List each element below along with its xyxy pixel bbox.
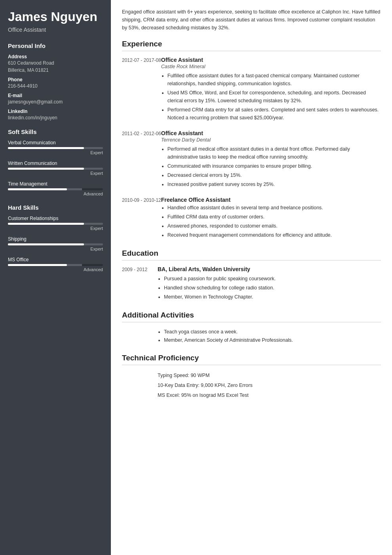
skill-bar-background bbox=[8, 223, 103, 225]
tech-section: Technical Proficiency Typing Speed: 90 W… bbox=[122, 354, 381, 400]
skill-bar-background bbox=[8, 168, 103, 170]
exp-date: 2012-07 - 2017-08 bbox=[122, 57, 161, 123]
activity-item: Teach yoga classes once a week. bbox=[164, 328, 381, 336]
soft-skills-list: Verbal CommunicationExpertWritten Commun… bbox=[8, 140, 103, 196]
exp-bullet: Answered phones, responded to customer e… bbox=[167, 222, 381, 230]
education-section: Education 2009 - 2012BA, Liberal Arts, W… bbox=[122, 249, 381, 302]
exp-company: Castle Rock Mineral bbox=[161, 64, 381, 69]
activities-list: Teach yoga classes once a week.Member, A… bbox=[158, 328, 381, 345]
activity-item: Member, American Society of Administrati… bbox=[164, 336, 381, 344]
email-label: E-mail bbox=[8, 93, 103, 98]
skill-bar-fill bbox=[8, 264, 67, 266]
experience-heading: Experience bbox=[122, 40, 381, 51]
edu-date: 2009 - 2012 bbox=[122, 266, 158, 302]
exp-bullet: Performed CRM data entry for all sales o… bbox=[167, 106, 381, 122]
skill-name: MS Office bbox=[8, 257, 103, 262]
tech-list: Typing Speed: 90 WPM10-Key Data Entry: 9… bbox=[158, 371, 381, 400]
skill-bar-fill bbox=[8, 147, 84, 149]
address-line1: 610 Cedarwood Road bbox=[8, 60, 103, 66]
edu-content: BA, Liberal Arts, Walden UniversityPursu… bbox=[158, 266, 381, 302]
summary: Engaged office assistant with 6+ years e… bbox=[122, 8, 381, 32]
education-heading: Education bbox=[122, 249, 381, 260]
hard-skills-list: Customer RelationshipsExpertShippingExpe… bbox=[8, 216, 103, 272]
skill-level: Expert bbox=[8, 247, 103, 251]
personal-info-heading: Personal Info bbox=[8, 42, 103, 49]
skill-name: Written Communication bbox=[8, 161, 103, 166]
exp-bullet: Increased positive patient survey scores… bbox=[167, 180, 381, 188]
exp-date: 2011-02 - 2012-06 bbox=[122, 130, 161, 189]
exp-bullet: Fulfilled CRM data entry of customer ord… bbox=[167, 213, 381, 221]
email-value: jamesnguyen@gmail.com bbox=[8, 99, 103, 105]
exp-date: 2010-09 - 2010-12 bbox=[122, 197, 161, 240]
tech-item: 10-Key Data Entry: 9,000 KPH, Zero Error… bbox=[158, 381, 381, 390]
skill-level: Expert bbox=[8, 171, 103, 176]
phone-label: Phone bbox=[8, 77, 103, 82]
candidate-name: James Nguyen bbox=[8, 10, 103, 24]
edu-bullets: Pursued a passion for public speaking co… bbox=[158, 275, 381, 301]
phone-value: 216-544-4910 bbox=[8, 83, 103, 89]
soft-skills-heading: Soft Skills bbox=[8, 128, 103, 135]
skill-item: MS OfficeAdvanced bbox=[8, 257, 103, 272]
education-list: 2009 - 2012BA, Liberal Arts, Walden Univ… bbox=[122, 266, 381, 302]
activities-heading: Additional Activities bbox=[122, 311, 381, 322]
skill-name: Time Management bbox=[8, 181, 103, 187]
candidate-title: Office Assistant bbox=[8, 27, 103, 33]
tech-item: Typing Speed: 90 WPM bbox=[158, 371, 381, 381]
main-content: Engaged office assistant with 6+ years e… bbox=[111, 0, 392, 555]
exp-bullet: Fulfilled office assistant duties for a … bbox=[167, 72, 381, 88]
skill-name: Verbal Communication bbox=[8, 140, 103, 145]
exp-bullets: Fulfilled office assistant duties for a … bbox=[161, 72, 381, 122]
experience-list: 2012-07 - 2017-08Office AssistantCastle … bbox=[122, 57, 381, 240]
skill-level: Expert bbox=[8, 226, 103, 231]
skill-bar-fill bbox=[8, 168, 84, 170]
exp-job-title: Office Assistant bbox=[161, 57, 381, 63]
edu-degree: BA, Liberal Arts, Walden University bbox=[158, 266, 381, 272]
skill-name: Customer Relationships bbox=[8, 216, 103, 221]
tech-item: MS Excel: 95% on Isograd MS Excel Test bbox=[158, 390, 381, 400]
exp-bullet: Used MS Office, Word, and Excel for corr… bbox=[167, 89, 381, 105]
exp-bullets: Handled office assistant duties in sever… bbox=[161, 204, 381, 239]
exp-content: Freelance Office AssistantHandled office… bbox=[161, 197, 381, 240]
exp-bullet: Performed all medical office assistant d… bbox=[167, 145, 381, 161]
address-label: Address bbox=[8, 54, 103, 59]
tech-heading: Technical Proficiency bbox=[122, 354, 381, 365]
skill-bar-fill bbox=[8, 243, 84, 245]
skill-item: ShippingExpert bbox=[8, 236, 103, 251]
skill-bar-background bbox=[8, 188, 103, 190]
sidebar: James Nguyen Office Assistant Personal I… bbox=[0, 0, 111, 555]
exp-content: Office AssistantCastle Rock MineralFulfi… bbox=[161, 57, 381, 123]
exp-bullet: Handled office assistant duties in sever… bbox=[167, 204, 381, 212]
skill-bar-background bbox=[8, 147, 103, 149]
exp-bullet: Communicated with insurance companies to… bbox=[167, 162, 381, 170]
skill-item: Customer RelationshipsExpert bbox=[8, 216, 103, 231]
exp-job-title: Office Assistant bbox=[161, 130, 381, 136]
address-line2: Billerica, MA 01821 bbox=[8, 67, 103, 73]
skill-level: Expert bbox=[8, 150, 103, 155]
linkedin-value: linkedin.com/in/jnguyen bbox=[8, 115, 103, 121]
skill-level: Advanced bbox=[8, 267, 103, 272]
skill-item: Verbal CommunicationExpert bbox=[8, 140, 103, 155]
experience-section: Experience 2012-07 - 2017-08Office Assis… bbox=[122, 40, 381, 240]
exp-bullet: Received frequent management commendatio… bbox=[167, 231, 381, 239]
exp-content: Office AssistantTerrence Darby DentalPer… bbox=[161, 130, 381, 189]
exp-job-title: Freelance Office Assistant bbox=[161, 197, 381, 203]
skill-bar-fill bbox=[8, 188, 67, 190]
experience-row: 2011-02 - 2012-06Office AssistantTerrenc… bbox=[122, 130, 381, 189]
exp-bullets: Performed all medical office assistant d… bbox=[161, 145, 381, 188]
skill-name: Shipping bbox=[8, 236, 103, 242]
skill-item: Time ManagementAdvanced bbox=[8, 181, 103, 196]
edu-bullet: Pursued a passion for public speaking co… bbox=[164, 275, 381, 283]
experience-row: 2010-09 - 2010-12Freelance Office Assist… bbox=[122, 197, 381, 240]
skill-item: Written CommunicationExpert bbox=[8, 161, 103, 176]
skill-bar-fill bbox=[8, 223, 84, 225]
experience-row: 2012-07 - 2017-08Office AssistantCastle … bbox=[122, 57, 381, 123]
exp-company: Terrence Darby Dental bbox=[161, 137, 381, 143]
activities-section: Additional Activities Teach yoga classes… bbox=[122, 311, 381, 345]
edu-bullet: Handled show scheduling for college radi… bbox=[164, 284, 381, 292]
skill-bar-cap bbox=[82, 188, 103, 190]
skill-bar-cap bbox=[82, 264, 103, 266]
skill-bar-background bbox=[8, 243, 103, 245]
skill-bar-background bbox=[8, 264, 103, 266]
linkedin-label: LinkedIn bbox=[8, 109, 103, 114]
skill-level: Advanced bbox=[8, 191, 103, 196]
